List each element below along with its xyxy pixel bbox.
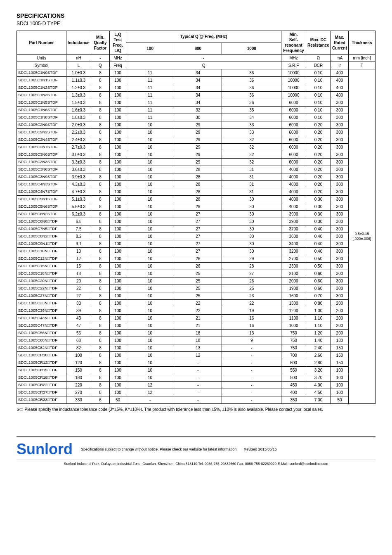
table-cell: 1.10 (306, 315, 331, 322)
table-cell: SDCL1005C1N2STDF (17, 84, 66, 92)
table-cell: 11 (126, 99, 174, 107)
symbol-freq: Freq (110, 62, 126, 69)
table-cell: 8 (91, 218, 110, 225)
col-part-number: Part Number (17, 31, 66, 55)
table-cell: 8 (91, 188, 110, 196)
table-cell: 0.10 (306, 107, 331, 114)
table-cell: 30 (222, 218, 281, 225)
table-cell: 100 (110, 107, 126, 114)
table-cell: 300 (331, 121, 348, 129)
table-cell: 180 (331, 337, 348, 344)
table-cell: 0.40 (306, 233, 331, 240)
table-row: SDCL1005CR15□TDF150810010--5503.20100 (17, 367, 375, 374)
table-cell: 100 (66, 352, 91, 359)
table-cell: 29 (174, 136, 222, 144)
col-lq-freq: L,Q TestFreq.L/Q (110, 31, 126, 55)
table-cell: 28 (174, 203, 222, 211)
table-cell: 1.8±0.3 (66, 114, 91, 121)
table-cell: 29 (174, 144, 222, 151)
table-cell: 10 (66, 248, 91, 255)
table-cell: 36 (222, 69, 281, 77)
table-cell: 0.30 (306, 211, 331, 218)
table-row: SDCL1005C3N6STDF3.6±0.3810010283140000.2… (17, 166, 375, 173)
table-cell: SDCL1005C82N□TDF (17, 344, 66, 352)
table-cell: - (222, 352, 281, 359)
units-srf: MHz (281, 55, 306, 62)
table-cell: 300 (331, 196, 348, 203)
table-cell: 100 (110, 292, 126, 300)
table-cell: 5.6±0.3 (66, 203, 91, 211)
table-cell: - (174, 367, 222, 374)
table-cell: 100 (110, 352, 126, 359)
table-cell: 180 (66, 374, 91, 382)
table-cell: 30 (222, 233, 281, 240)
table-row: SDCL1005C9N1□TDF9.1810010273034000.40300 (17, 240, 375, 248)
table-cell: 20 (66, 278, 91, 285)
table-cell: 8 (91, 292, 110, 300)
table-cell: 82 (66, 344, 91, 352)
table-cell: SDCL1005C3N9STDF (17, 173, 66, 181)
table-cell: 2.7±0.3 (66, 144, 91, 151)
table-cell: 25 (174, 278, 222, 285)
page-title: SPECIFICATIONS (17, 12, 375, 19)
table-row: SDCL1005C1N6STDF1.6±0.3810011323560000.1… (17, 107, 375, 114)
table-cell: 8 (91, 203, 110, 211)
table-cell: 15 (66, 263, 91, 270)
table-cell: SDCL1005C7N5□TDF (17, 225, 66, 233)
table-cell: 8 (91, 255, 110, 263)
table-cell: 22 (222, 300, 281, 307)
table-cell: 300 (331, 144, 348, 151)
table-cell: 6000 (281, 136, 306, 144)
table-cell: 100 (110, 374, 126, 382)
table-cell: 36 (222, 84, 281, 92)
table-cell: SDCL1005CR27□TDF (17, 389, 66, 396)
table-cell: 2.60 (306, 352, 331, 359)
table-cell: 0.10 (306, 114, 331, 121)
table-cell: 28 (174, 173, 222, 181)
table-cell: 9 (222, 337, 281, 344)
symbol-lq: Q (91, 62, 110, 69)
table-cell: 8 (91, 374, 110, 382)
table-cell: 26 (174, 255, 222, 263)
table-cell: 0.20 (306, 166, 331, 173)
table-cell: 0.30 (306, 203, 331, 211)
table-cell: 8 (91, 99, 110, 107)
table-cell: 330 (66, 396, 91, 404)
table-cell: 8 (91, 344, 110, 352)
table-cell: 10 (126, 121, 174, 129)
table-cell: 100 (110, 92, 126, 99)
table-cell: 4000 (281, 181, 306, 188)
table-cell: 10 (126, 278, 174, 285)
table-cell: 300 (331, 255, 348, 263)
table-cell: 200 (331, 300, 348, 307)
table-cell: 1600 (281, 292, 306, 300)
table-cell: 28 (174, 196, 222, 203)
table-cell: SDCL1005C1N5STDF (17, 99, 66, 107)
table-cell: 600 (281, 359, 306, 367)
table-cell: 30 (174, 114, 222, 121)
symbol-row: Symbol L Q Freq Q S.R.F DCR Ir T (17, 62, 375, 69)
table-cell: 1.00 (306, 307, 331, 315)
table-cell: SDCL1005CR33□TDF (17, 396, 66, 404)
table-cell: 6000 (281, 151, 306, 159)
table-row: SDCL1005C10N□TDF10810010273032000.40300 (17, 248, 375, 255)
table-row: SDCL1005C43N□TDF43810010211611001.10200 (17, 315, 375, 322)
table-cell: 2.2±0.3 (66, 129, 91, 136)
table-cell: SDCL1005C8N2□TDF (17, 233, 66, 240)
table-cell: 100 (110, 248, 126, 255)
table-row: SDCL1005C2N0STDF2.0±0.3810010293360000.2… (17, 121, 375, 129)
table-cell: 400 (331, 69, 348, 77)
table-cell: SDCL1005C5N6STDF (17, 203, 66, 211)
table-cell: 8 (91, 359, 110, 367)
table-cell: 11 (126, 92, 174, 99)
table-cell: SDCL1005C1N3STDF (17, 92, 66, 99)
table-cell: 50 (331, 396, 348, 404)
table-cell: 2.40 (306, 344, 331, 352)
page-subtitle: SDCL1005-D TYPE (17, 21, 375, 26)
table-cell: 31 (222, 173, 281, 181)
table-cell: 6.8 (66, 218, 91, 225)
table-cell: 220 (66, 382, 91, 389)
table-cell: 750 (281, 337, 306, 344)
table-cell: 300 (331, 270, 348, 278)
table-cell: 32 (222, 159, 281, 166)
